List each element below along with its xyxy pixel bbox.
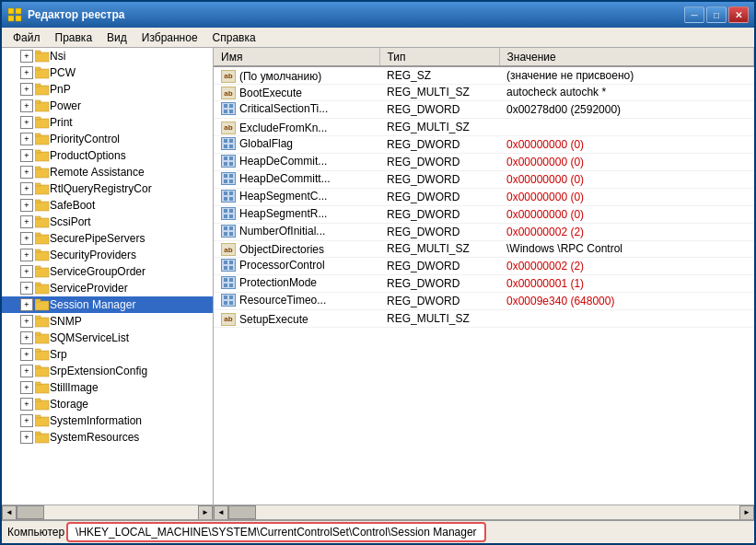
col-value[interactable]: Значение <box>499 48 754 66</box>
svg-rect-0 <box>8 8 14 14</box>
table-row[interactable]: ProtectionModeREG_DWORD0x00000001 (1) <box>214 275 754 293</box>
reg-type: REG_DWORD <box>379 275 499 293</box>
table-row[interactable]: ProcessorControlREG_DWORD0x00000002 (2) <box>214 258 754 275</box>
expand-btn[interactable]: + <box>20 298 33 311</box>
expand-btn[interactable]: + <box>20 398 33 411</box>
scroll-left-registry[interactable]: ◄ <box>214 505 228 520</box>
scroll-right-registry[interactable]: ► <box>739 505 754 520</box>
svg-rect-68 <box>224 191 227 195</box>
svg-rect-16 <box>35 152 49 161</box>
folder-icon <box>35 83 50 96</box>
tree-item-safeboot[interactable]: +SafeBoot <box>2 197 213 214</box>
expand-btn[interactable]: + <box>20 348 33 361</box>
menu-help[interactable]: Справка <box>205 29 263 46</box>
table-row[interactable]: abBootExecuteREG_MULTI_SZautocheck autoc… <box>214 84 754 101</box>
expand-btn[interactable]: + <box>20 331 33 344</box>
menu-view[interactable]: Вид <box>99 29 134 46</box>
expand-btn[interactable]: + <box>20 381 33 394</box>
maximize-button[interactable]: □ <box>706 6 727 23</box>
tree-item-srp[interactable]: +Srp <box>2 346 213 363</box>
tree-item-systeminformation[interactable]: +SystemInformation <box>2 412 213 429</box>
svg-rect-36 <box>35 318 49 327</box>
folder-icon <box>35 99 50 112</box>
tree-item-storage[interactable]: +Storage <box>2 396 213 412</box>
expand-btn[interactable]: + <box>20 149 33 162</box>
expand-btn[interactable]: + <box>20 133 33 145</box>
expand-btn[interactable]: + <box>20 249 33 261</box>
expand-btn[interactable]: + <box>20 99 33 112</box>
tree-scroll-thumb[interactable] <box>17 505 44 519</box>
tree-item-prioritycontrol[interactable]: +PriorityControl <box>2 131 213 147</box>
table-row[interactable]: GlobalFlagREG_DWORD0x00000000 (0) <box>214 135 754 153</box>
table-row[interactable]: HeapSegmentR...REG_DWORD0x00000000 (0) <box>214 205 754 223</box>
col-name[interactable]: Имя <box>214 48 379 66</box>
table-row[interactable]: abExcludeFromKn...REG_MULTI_SZ <box>214 119 754 136</box>
expand-btn[interactable]: + <box>20 431 33 444</box>
registry-scroll-thumb[interactable] <box>228 505 256 519</box>
expand-btn[interactable]: + <box>20 315 33 328</box>
tree-item-scsiport[interactable]: +ScsiPort <box>2 214 213 230</box>
registry-table[interactable]: Имя Тип Значение ab(По умолчанию)REG_SZ(… <box>214 48 754 504</box>
tree-item-pnp[interactable]: +PnP <box>2 81 213 98</box>
expand-btn[interactable]: + <box>20 50 33 63</box>
tree-item-serviceprovider[interactable]: +ServiceProvider <box>2 280 213 296</box>
expand-btn[interactable]: + <box>20 199 33 212</box>
tree-label: StillImage <box>50 381 99 394</box>
svg-rect-73 <box>229 209 233 213</box>
tree-item-servicegrouporder[interactable]: +ServiceGroupOrder <box>2 263 213 280</box>
tree-item-systemresources[interactable]: +SystemResources <box>2 429 213 446</box>
tree-item-snmp[interactable]: +SNMP <box>2 313 213 330</box>
registry-tree[interactable]: +Nsi+PCW+PnP+Power+Print+PriorityControl… <box>2 48 214 504</box>
reg-name: abObjectDirectories <box>214 240 379 258</box>
col-type[interactable]: Тип <box>379 48 499 66</box>
expand-btn[interactable]: + <box>20 232 33 245</box>
tree-item-securityproviders[interactable]: +SecurityProviders <box>2 247 213 263</box>
tree-item-securepipeservers[interactable]: +SecurePipeServers <box>2 230 213 247</box>
scroll-right-tree[interactable]: ► <box>198 505 213 520</box>
table-row[interactable]: ResourceTimeо...REG_DWORD0x0009e340 (648… <box>214 293 754 310</box>
folder-icon <box>35 149 50 162</box>
table-row[interactable]: NumberOfInitial...REG_DWORD0x00000002 (2… <box>214 223 754 240</box>
tree-item-stillimage[interactable]: +StillImage <box>2 379 213 396</box>
tree-item-power[interactable]: +Power <box>2 98 213 114</box>
tree-item-print[interactable]: +Print <box>2 114 213 131</box>
reg-name: HeapDeCommitt... <box>214 170 379 188</box>
close-button[interactable]: ✕ <box>728 6 749 23</box>
expand-btn[interactable]: + <box>20 414 33 427</box>
scroll-left-tree[interactable]: ◄ <box>2 505 17 520</box>
tree-item-session-manager[interactable]: +Session Manager <box>2 296 213 313</box>
svg-rect-4 <box>35 52 49 62</box>
tree-item-remote-assistance[interactable]: +Remote Assistance <box>2 164 213 180</box>
table-row[interactable]: HeapDeCommitt...REG_DWORD0x00000000 (0) <box>214 170 754 188</box>
expand-btn[interactable]: + <box>20 215 33 228</box>
expand-btn[interactable]: + <box>20 83 33 96</box>
expand-btn[interactable]: + <box>20 282 33 295</box>
table-row[interactable]: abObjectDirectoriesREG_MULTI_SZ\Windows … <box>214 240 754 258</box>
table-row[interactable]: abSetupExecuteREG_MULTI_SZ <box>214 310 754 328</box>
expand-btn[interactable]: + <box>20 182 33 195</box>
tree-scroll-track[interactable] <box>17 505 198 519</box>
expand-btn[interactable]: + <box>20 365 33 377</box>
expand-btn[interactable]: + <box>20 66 33 79</box>
tree-item-srpextensionconfig[interactable]: +SrpExtensionConfig <box>2 363 213 379</box>
table-row[interactable]: ab(По умолчанию)REG_SZ(значение не присв… <box>214 66 754 84</box>
table-row[interactable]: HeapSegmentC...REG_DWORD0x00000000 (0) <box>214 188 754 205</box>
expand-btn[interactable]: + <box>20 116 33 129</box>
minimize-button[interactable]: ─ <box>684 6 704 23</box>
tree-item-productoptions[interactable]: +ProductOptions <box>2 147 213 164</box>
folder-icon <box>35 249 50 261</box>
table-row[interactable]: CriticalSectionTi...REG_DWORD0x00278d00 … <box>214 101 754 119</box>
expand-btn[interactable]: + <box>20 166 33 179</box>
table-row[interactable]: HeapDeCommit...REG_DWORD0x00000000 (0) <box>214 153 754 170</box>
folder-icon <box>35 199 50 212</box>
reg-type: REG_DWORD <box>379 223 499 240</box>
registry-scroll-track[interactable] <box>228 505 739 519</box>
menu-favorites[interactable]: Избранное <box>134 29 205 46</box>
tree-item-pcw[interactable]: +PCW <box>2 64 213 81</box>
expand-btn[interactable]: + <box>20 265 33 278</box>
tree-item-rtlqueryregistrycor[interactable]: +RtlQueryRegistryCor <box>2 180 213 197</box>
menu-file[interactable]: Файл <box>6 29 48 46</box>
tree-item-sqmservicelist[interactable]: +SQMServiceList <box>2 330 213 346</box>
menu-edit[interactable]: Правка <box>48 29 100 46</box>
tree-item-nsi[interactable]: +Nsi <box>2 48 213 64</box>
